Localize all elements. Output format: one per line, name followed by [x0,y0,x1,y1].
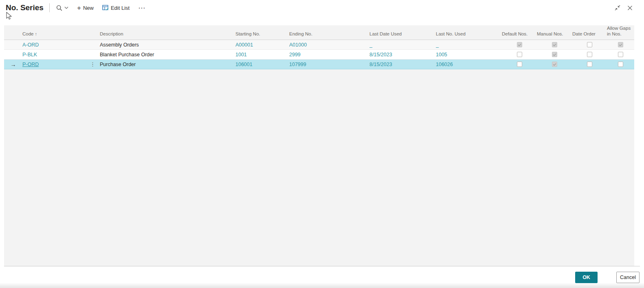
column-header-code[interactable]: Code↑ [22,31,88,40]
current-row-arrow-icon: → [11,61,16,68]
column-header-description[interactable]: Description [100,31,235,40]
cell-starting-no: A00001 [235,40,289,49]
cell-allow-gaps [607,40,634,49]
window-controls [614,4,644,11]
plus-icon: + [77,4,81,11]
ellipsis-icon: ⋯ [138,4,145,12]
row-menu-cell: ⋮ [88,60,100,69]
column-header-default-nos[interactable]: Default Nos. [502,31,537,40]
last-date-used-value: _ [369,42,372,48]
cell-allow-gaps [607,50,634,59]
code-link[interactable]: P-ORD [22,62,39,67]
column-header-date-order[interactable]: Date Order [572,31,607,40]
cell-last-date-used: _ [369,40,436,49]
close-icon[interactable] [627,5,633,11]
date-order-checkbox [587,52,592,57]
cell-last-date-used: 8/15/2023 [369,60,436,69]
allow-gaps-checkbox [618,42,623,47]
cell-default-nos [502,60,537,69]
column-header-last-no-used[interactable]: Last No. Used [436,31,502,40]
starting-no-value: 106001 [235,62,253,67]
column-header-starting-no[interactable]: Starting No. [235,31,289,40]
code-link[interactable]: A-ORD [22,42,39,48]
cell-date-order [572,50,607,59]
cell-manual-nos [537,40,572,49]
list-content-area: Code↑ Description Starting No. Ending No… [4,25,634,266]
last-date-used-value: 8/15/2023 [369,52,392,58]
edit-list-icon [102,4,109,11]
search-icon [56,5,62,11]
new-button-label: New [83,5,94,11]
date-order-checkbox [587,42,592,47]
ok-button[interactable]: OK [575,272,598,283]
edit-list-button[interactable]: Edit List [102,4,130,11]
ending-no-value: A01000 [289,42,307,48]
new-button[interactable]: + New [77,4,94,11]
row-selector-cell [4,50,22,59]
cell-last-date-used: 8/15/2023 [369,50,436,59]
column-header-allow-gaps[interactable]: Allow Gaps in Nos. [607,26,634,40]
date-order-checkbox [587,62,592,67]
allow-gaps-checkbox [618,62,623,67]
column-header-last-date-used[interactable]: Last Date Used [369,31,436,40]
table-header-row: Code↑ Description Starting No. Ending No… [4,25,634,40]
cell-description: Purchase Order [100,60,235,69]
table-body: A-ORDAssembly OrdersA00001A01000__P-BLKB… [4,40,634,69]
last-date-used-value: 8/15/2023 [369,62,392,67]
manual-nos-checkbox [552,42,557,47]
more-options-button[interactable]: ⋯ [138,4,145,12]
default-nos-checkbox [517,42,522,47]
cell-code: P-BLK [22,50,88,59]
cell-last-no-used: 106026 [436,60,502,69]
table-row[interactable]: A-ORDAssembly OrdersA00001A01000__ [4,40,634,50]
cell-manual-nos [537,50,572,59]
cell-last-no-used: 1005 [436,50,502,59]
cell-ending-no: 107999 [289,60,369,69]
last-no-used-value: _ [436,42,439,48]
row-context-menu-icon[interactable]: ⋮ [88,61,95,67]
cell-date-order [572,40,607,49]
edit-list-button-label: Edit List [111,5,130,11]
row-selector-cell [4,40,22,49]
cell-code: P-ORD [22,60,88,69]
row-menu-cell [88,50,100,59]
cell-code: A-ORD [22,40,88,49]
cell-manual-nos [537,60,572,69]
cell-date-order [572,60,607,69]
cell-default-nos [502,40,537,49]
cell-default-nos [502,50,537,59]
row-menu-column-header [88,37,100,40]
cancel-button[interactable]: Cancel [616,272,640,283]
cell-ending-no: 2999 [289,50,369,59]
collapse-window-icon[interactable] [614,4,621,11]
last-no-used-value: 106026 [436,62,453,67]
last-no-used-value: 1005 [436,52,447,58]
sort-ascending-icon: ↑ [35,31,37,36]
manual-nos-checkbox [552,52,557,57]
cell-last-no-used: _ [436,40,502,49]
ending-no-value: 107999 [289,62,306,67]
header-divider [49,3,50,12]
table-row[interactable]: →P-ORD⋮Purchase Order1060011079998/15/20… [4,60,634,69]
ending-no-value: 2999 [289,52,301,58]
page-title: No. Series [6,3,44,12]
code-link[interactable]: P-BLK [22,52,37,58]
search-button[interactable] [56,5,68,11]
selector-column-header [4,37,22,40]
page-header: No. Series + New Edit List ⋯ [0,0,644,16]
cell-description: Blanket Purchase Order [100,50,235,59]
cell-description: Assembly Orders [100,40,235,49]
default-nos-checkbox [517,62,522,67]
cell-starting-no: 106001 [235,60,289,69]
column-header-manual-nos[interactable]: Manual Nos. [537,31,572,40]
chevron-down-icon [64,7,68,9]
column-header-ending-no[interactable]: Ending No. [289,31,369,40]
cell-allow-gaps [607,60,634,69]
starting-no-value: 1001 [235,52,247,58]
default-nos-checkbox [517,52,522,57]
dialog-footer: OK Cancel [0,266,644,288]
row-selector-cell: → [4,60,22,69]
row-menu-cell [88,40,100,49]
manual-nos-checkbox [552,62,557,67]
table-row[interactable]: P-BLKBlanket Purchase Order100129998/15/… [4,50,634,60]
